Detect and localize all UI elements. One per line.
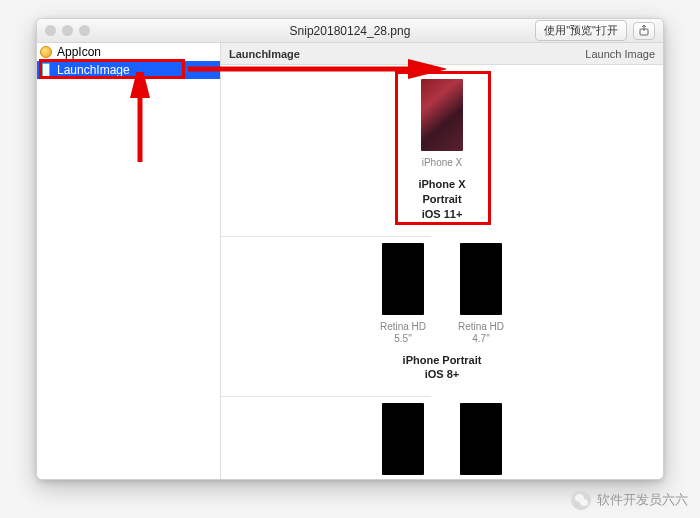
sidebar-item-label: LaunchImage — [57, 63, 130, 77]
slot-sublabel: Retina HD 5.5" — [375, 321, 431, 345]
slot-2x[interactable]: 2x — [375, 403, 431, 479]
asset-detail-panel: LaunchImage Launch Image iPhone X iPhone… — [221, 43, 663, 479]
slot-sublabel: Retina HD 4.7" — [453, 321, 509, 345]
section-title: iPhone X Portrait iOS 11+ — [418, 177, 465, 222]
section-ios8: Retina HD 5.5" Retina HD 4.7" iPhone Por… — [221, 243, 663, 383]
slot-image-empty — [460, 243, 502, 315]
section-title: iPhone Portrait iOS 8+ — [403, 353, 482, 383]
share-icon — [639, 25, 649, 36]
sidebar-item-label: AppIcon — [57, 45, 101, 59]
traffic-lights — [45, 25, 90, 36]
slot-retina-hd-55[interactable]: Retina HD 5.5" — [375, 243, 431, 345]
preview-window: Snip20180124_28.png 使用"预览"打开 AppIcon Lau… — [36, 18, 664, 480]
slot-iphone-x[interactable]: iPhone X — [414, 79, 470, 169]
section-ios7: 2x Retina 4 iPhone Portrait iOS 7+ — [221, 403, 663, 479]
slot-sublabel: iPhone X — [422, 157, 463, 169]
slot-retina-hd-47[interactable]: Retina HD 4.7" — [453, 243, 509, 345]
slot-retina-4[interactable]: Retina 4 — [453, 403, 509, 479]
appicon-icon — [40, 46, 52, 58]
sidebar-item-launchimage[interactable]: LaunchImage — [37, 61, 220, 79]
image-slot-canvas: iPhone X iPhone X Portrait iOS 11+ Retin… — [221, 65, 663, 479]
minimize-icon[interactable] — [62, 25, 73, 36]
detail-title: LaunchImage — [229, 48, 300, 60]
section-divider — [221, 236, 431, 237]
zoom-icon[interactable] — [79, 25, 90, 36]
window-title: Snip20180124_28.png — [290, 24, 411, 38]
wechat-icon — [571, 490, 591, 510]
slot-image-empty — [382, 243, 424, 315]
detail-subtitle: Launch Image — [585, 48, 655, 60]
asset-sidebar: AppIcon LaunchImage — [37, 43, 221, 479]
sidebar-item-appicon[interactable]: AppIcon — [37, 43, 220, 61]
watermark-text: 软件开发员六六 — [597, 491, 688, 509]
open-with-preview-button[interactable]: 使用"预览"打开 — [535, 20, 627, 41]
window-titlebar: Snip20180124_28.png 使用"预览"打开 — [37, 19, 663, 43]
share-button[interactable] — [633, 22, 655, 40]
section-divider — [221, 396, 431, 397]
launchimage-icon — [42, 63, 50, 77]
section-iphone-x: iPhone X iPhone X Portrait iOS 11+ — [221, 79, 663, 222]
slot-image-filled — [421, 79, 463, 151]
slot-image-empty — [460, 403, 502, 475]
close-icon[interactable] — [45, 25, 56, 36]
watermark: 软件开发员六六 — [571, 490, 688, 510]
slot-image-empty — [382, 403, 424, 475]
detail-header: LaunchImage Launch Image — [221, 43, 663, 65]
